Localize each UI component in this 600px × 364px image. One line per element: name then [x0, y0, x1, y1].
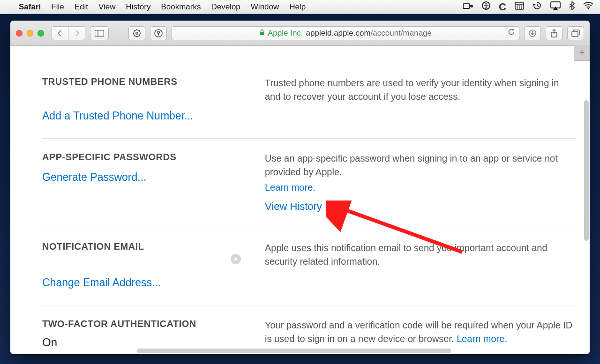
lock-icon	[259, 29, 265, 37]
menubar-status-icons: C	[463, 1, 593, 13]
forward-button[interactable]	[68, 26, 85, 40]
svg-point-25	[158, 31, 160, 33]
change-email-link[interactable]: Change Email Address...	[42, 276, 161, 289]
window-zoom-button[interactable]	[38, 30, 44, 37]
airplay-icon[interactable]	[550, 1, 561, 12]
svg-rect-28	[260, 32, 264, 35]
settings-button[interactable]	[128, 26, 145, 40]
menubar-item-help[interactable]: Help	[289, 2, 306, 12]
tabs-button[interactable]	[567, 26, 584, 40]
menubar-item-file[interactable]: File	[51, 2, 64, 12]
svg-rect-12	[95, 30, 104, 36]
trusted-phone-desc: Trusted phone numbers are used to verify…	[265, 78, 559, 102]
svg-point-15	[136, 32, 138, 34]
date-icon[interactable]	[515, 1, 524, 12]
svg-rect-0	[463, 4, 470, 8]
svg-point-11	[588, 8, 589, 9]
svg-point-3	[486, 3, 487, 4]
app-passwords-learn-more-link[interactable]: Learn more.	[265, 181, 576, 194]
notification-email-desc: Apple uses this notification email to se…	[265, 243, 548, 267]
downloads-button[interactable]	[524, 26, 541, 40]
two-factor-title: TWO-FACTOR AUTHENTICATION	[42, 319, 251, 329]
window-traffic-lights	[16, 30, 44, 37]
add-trusted-phone-link[interactable]: Add a Trusted Phone Number...	[42, 110, 193, 122]
address-bar[interactable]: Apple Inc. appleid.apple.com/account/man…	[172, 26, 519, 40]
section-app-passwords: APP-SPECIFIC PASSWORDS Generate Password…	[42, 138, 576, 228]
url-host: appleid.apple.com/account/manage	[306, 29, 432, 38]
page-content-area: TRUSTED PHONE NUMBERS Add a Trusted Phon…	[10, 46, 590, 354]
camera-icon[interactable]	[463, 2, 473, 12]
back-button[interactable]	[52, 26, 68, 40]
url-certificate-company: Apple Inc.	[268, 29, 303, 38]
clear-email-icon[interactable]	[231, 254, 241, 264]
view-history-link[interactable]: View History	[265, 199, 576, 214]
generate-password-link[interactable]: Generate Password...	[42, 171, 146, 183]
notification-email-title: NOTIFICATION EMAIL	[42, 241, 251, 252]
two-factor-desc: Your password and a verification code wi…	[265, 320, 572, 344]
horizontal-scrollbar[interactable]	[137, 349, 451, 353]
onepassword-button[interactable]	[150, 26, 167, 40]
timemachine-icon[interactable]	[532, 1, 542, 13]
menubar-item-view[interactable]: View	[98, 2, 116, 12]
menubar-item-bookmarks[interactable]: Bookmarks	[161, 2, 201, 12]
menubar-item-develop[interactable]: Develop	[211, 2, 240, 12]
bluetooth-icon[interactable]	[569, 1, 575, 13]
reload-button[interactable]	[508, 28, 515, 38]
accessibility-icon[interactable]	[482, 1, 490, 12]
safari-window: Apple Inc. appleid.apple.com/account/man…	[10, 21, 590, 354]
two-factor-learn-more-link[interactable]: Learn more.	[457, 334, 507, 344]
section-notification-email: NOTIFICATION EMAIL Change Email Address.…	[42, 228, 576, 305]
trusted-phone-title: TRUSTED PHONE NUMBERS	[42, 76, 251, 87]
wifi-icon[interactable]	[583, 2, 593, 12]
menubar-item-history[interactable]: History	[126, 2, 151, 12]
svg-rect-34	[572, 31, 578, 37]
menubar-app-name[interactable]: Safari	[19, 2, 41, 12]
new-tab-button[interactable]: +	[574, 45, 590, 61]
sidebar-button[interactable]	[90, 26, 109, 40]
safari-toolbar: Apple Inc. appleid.apple.com/account/man…	[10, 21, 590, 46]
section-trusted-phone: TRUSTED PHONE NUMBERS Add a Trusted Phon…	[42, 63, 576, 138]
section-two-factor: TWO-FACTOR AUTHENTICATION On Your passwo…	[42, 305, 576, 348]
macos-menubar: Safari File Edit View History Bookmarks …	[0, 0, 600, 14]
two-factor-value: On	[42, 336, 251, 348]
vertical-scrollbar[interactable]	[584, 100, 589, 241]
share-button[interactable]	[546, 26, 562, 40]
refresh-status-icon[interactable]: C	[499, 1, 506, 13]
window-close-button[interactable]	[16, 30, 22, 37]
menubar-item-window[interactable]: Window	[251, 2, 279, 12]
menubar-item-edit[interactable]: Edit	[75, 2, 88, 12]
app-passwords-title: APP-SPECIFIC PASSWORDS	[42, 152, 251, 163]
window-minimize-button[interactable]	[27, 30, 33, 37]
svg-point-1	[470, 5, 473, 7]
app-passwords-desc: Use an app-specific password when signin…	[265, 153, 558, 177]
